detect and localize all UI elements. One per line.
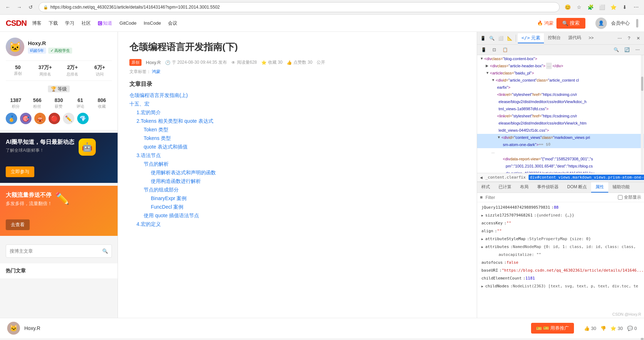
stat-likes[interactable]: 830 获赞 [49, 97, 69, 109]
forward-button[interactable]: → [14, 2, 24, 12]
devtools-tab-more[interactable]: >> [585, 34, 597, 43]
dom-tree-scrollbar-thumb[interactable] [641, 77, 643, 91]
stat-visits[interactable]: 6万+ 访问 [88, 64, 112, 77]
breadcrumb-clearfix[interactable]: _content.clearfix [485, 175, 526, 180]
header-scrollbar-thumb[interactable] [636, 19, 638, 28]
filter-input[interactable] [486, 195, 615, 200]
toc-link-9[interactable]: 使用解析表达式和声明的函数 [151, 170, 216, 175]
user-avatar[interactable]: 🐱 [6, 38, 24, 56]
stat-total-rank[interactable]: 2万+ 总排名 [60, 64, 85, 77]
toc-link-12[interactable]: BinaryExpr 案例 [151, 195, 187, 201]
dom-node-link1[interactable]: <link rel= "stylesheet" href= "https://c… [477, 91, 644, 98]
toc-link-6[interactable]: quote 表达式和插值 [144, 144, 188, 150]
devtools-layout-button[interactable]: ⬜ [496, 34, 505, 43]
prop-key-attributestylemap[interactable]: attributeStyleMap [481, 236, 525, 242]
devtools-more-button[interactable]: ⋯ [615, 34, 624, 43]
dom-node-datareport[interactable]: <div data-report-view= "{"mod":"15852973… [477, 155, 644, 162]
devtools-help-button[interactable]: ? [625, 34, 633, 43]
flow-ad-button[interactable]: 去查看 [6, 219, 30, 230]
dom-tree-scrollbar[interactable] [641, 55, 644, 173]
tab-button[interactable]: ⬜ [597, 2, 607, 12]
prop-childcount[interactable]: childElementCount : 1181 [477, 275, 644, 282]
refresh-button[interactable]: ↺ [26, 2, 36, 12]
dom-search-button[interactable]: 🔍 [612, 45, 620, 54]
devtools-bottom-tab-styles[interactable]: 样式 [477, 182, 494, 193]
footer-collect[interactable]: ⭐ 30 [610, 326, 623, 331]
profile-button[interactable]: 😊 [563, 2, 573, 12]
prop-align[interactable]: align : "" [477, 227, 644, 235]
search-button[interactable]: 🔍 搜索 [556, 18, 585, 29]
stat-week-rank[interactable]: 37万+ 周排名 [33, 64, 57, 77]
stat-original[interactable]: 50 原创 [6, 64, 30, 77]
breadcrumb-expand[interactable]: ◀ [480, 175, 482, 180]
toc-link-2[interactable]: 1.宏的简介 [137, 110, 161, 115]
footer-like[interactable]: 👍 30 [584, 326, 596, 331]
footer-comment[interactable]: 💬 0 [627, 326, 637, 331]
nav-item-zhidao[interactable]: 知道 [98, 20, 112, 26]
dom-node-3dots[interactable]: ... [477, 148, 644, 155]
member-center[interactable]: 会员中心 [611, 20, 630, 26]
prop-baseuri[interactable]: baseURI : "https://blog.csdn.net/qq_4630… [477, 267, 644, 275]
nav-item-community[interactable]: 社区 [81, 20, 91, 26]
devtools-close-button[interactable]: ✕ [634, 34, 643, 43]
sidebar-search-input[interactable] [10, 248, 102, 254]
devtools-panel-button[interactable]: 📐 [505, 34, 514, 43]
prop-key-childnodes[interactable]: childNodes [481, 283, 509, 290]
nav-item-inscode[interactable]: InsCode [144, 20, 161, 26]
star-button[interactable]: ☆ [574, 2, 584, 12]
promote-button[interactable]: 🎫 🎫 用券推广 [531, 323, 574, 334]
toc-link-4[interactable]: Token 类型 [144, 127, 168, 132]
toc-link-15[interactable]: 4.宏的定义 [137, 221, 161, 227]
nav-item-download[interactable]: 下载 [49, 20, 58, 26]
devtools-bottom-tab-properties[interactable]: 属性 [591, 182, 608, 193]
tag-hongmeng[interactable]: 鸿蒙 [152, 69, 160, 74]
prop-attributes[interactable]: attributes : NamedNodeMap {0: id, 1: cla… [477, 243, 644, 251]
bookmark-button[interactable]: ⭐ [608, 2, 618, 12]
toc-link-3[interactable]: 2.Tokens 相关类型和 quote 表达式 [137, 118, 213, 124]
show-all-checkbox[interactable]: 全部显示 [618, 194, 641, 200]
nav-item-gitcode[interactable]: GitCode [119, 20, 137, 26]
devtools-bottom-tab-accessibility[interactable]: 辅助功能 [608, 182, 634, 193]
ai-ad-banner[interactable]: AI圈早知道，每日最新动态 了解全球AI新鲜事！ 🤖 立即参与 [0, 133, 118, 183]
prop-accesskey[interactable]: accessKey : "" [477, 219, 644, 227]
prop-attributestylemap[interactable]: attributeStyleMap : StylePropertyMap {si… [477, 235, 644, 243]
dom-node-content-views[interactable]: ▼ <div id= "content_views" class= "markd… [477, 134, 644, 141]
back-button[interactable]: ← [3, 2, 13, 12]
address-bar[interactable]: 🔒 https://blog.csdn.net/qq_46302361/arti… [39, 2, 560, 12]
prop-jquery[interactable]: jQuery11240444874298890579831 : 88 [477, 204, 644, 212]
prop-autofocus[interactable]: autofocus : false [477, 259, 644, 267]
extension-button[interactable]: 🧩 [585, 2, 595, 12]
footer-author[interactable]: Hoxy.R [24, 325, 40, 331]
dom-node-3[interactable]: ▼ <article class= "baidu_pl" > [477, 69, 644, 77]
dom-node-2[interactable]: ▶ <div class= "article-header-box" > … <… [477, 62, 644, 69]
footer-dislike[interactable]: 👎 [600, 326, 606, 331]
breadcrumb-content-views[interactable]: div#content_views.markdown_views.prism-a… [529, 175, 644, 180]
dom-more-icon[interactable]: ⋯ [633, 45, 642, 54]
prop-childnodes[interactable]: childNodes : NodeList(2363) [text, svg, … [477, 282, 644, 290]
stat-collections[interactable]: 806 收藏 [92, 97, 112, 109]
header-avatar[interactable]: 👤 [595, 18, 607, 29]
toc-link-11[interactable]: 节点的组成部分 [144, 187, 179, 193]
devtools-cursor-button[interactable]: 🔍 [487, 34, 496, 43]
dom-node-4[interactable]: ▼ <div id= "article_content" class= "art… [477, 77, 644, 84]
dom-device-button[interactable]: 📋 [501, 45, 509, 54]
dom-inspect-button[interactable]: 📱 [479, 45, 488, 54]
toc-link-10[interactable]: 使用构造函数进行解析 [151, 178, 201, 184]
toc-link-8[interactable]: 节点的解析 [144, 161, 169, 167]
toc-link-1[interactable]: 十五、宏 [129, 101, 149, 107]
devtools-bottom-tab-dombreakpoints[interactable]: DOM 断点 [563, 182, 591, 193]
devtools-tab-console[interactable]: 控制台 [544, 33, 564, 43]
dom-node-link2[interactable]: <link rel= "stylesheet" href= "https://c… [477, 112, 644, 120]
prop-sizzle[interactable]: sizzle17257079468261 : {undefined: {…}} [477, 212, 644, 219]
dom-cursor-button[interactable]: ⊡ [490, 45, 499, 54]
dom-node-1[interactable]: ▼ <div class= "blog-content-box" > [477, 55, 644, 62]
dom-refresh-button[interactable]: 🔄 [623, 45, 631, 54]
show-all-checkbox-input[interactable] [618, 195, 623, 200]
devtools-bottom-tab-eventlisteners[interactable]: 事件侦听器 [533, 182, 563, 193]
sidebar-search-icon[interactable]: 🔍 [102, 248, 108, 254]
toc-link-14[interactable]: 使用 quote 插值语法节点 [144, 213, 199, 218]
stat-score[interactable]: 1387 积分 [6, 97, 26, 109]
toc-link-7[interactable]: 3.语法节点 [137, 152, 161, 158]
download-button[interactable]: ⬇ [620, 2, 630, 12]
meta-author[interactable]: Hoxy.R [146, 60, 161, 65]
